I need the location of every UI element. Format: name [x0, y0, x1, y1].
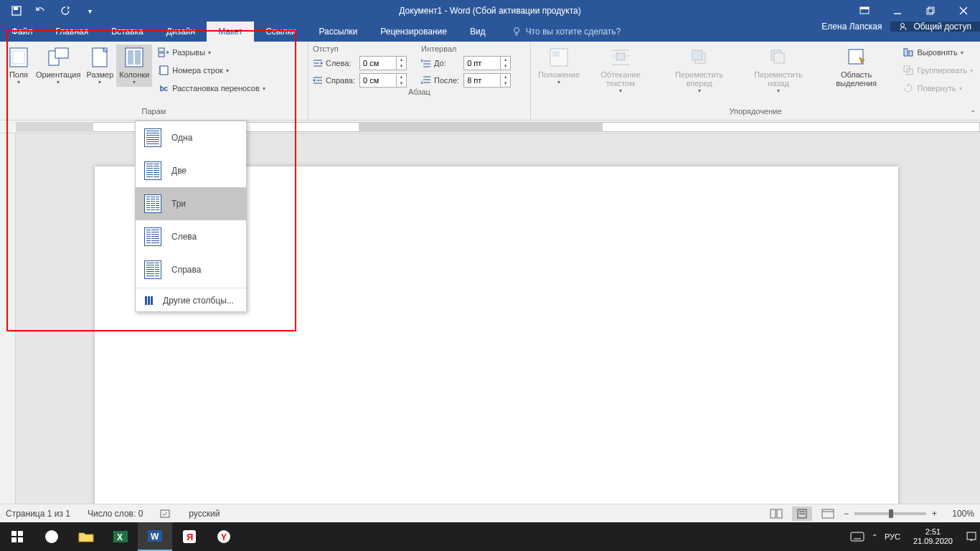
indent-left-up[interactable]: ▲	[397, 57, 406, 63]
quick-access-toolbar: ▾	[0, 1, 100, 20]
svg-rect-27	[552, 51, 560, 57]
tray-keyboard[interactable]	[850, 532, 864, 542]
svg-rect-22	[159, 53, 164, 57]
svg-text:X: X	[117, 532, 123, 542]
margins-button[interactable]: Поля ▾	[4, 44, 33, 87]
tab-home[interactable]: Главная	[44, 22, 100, 42]
maximize-button[interactable]	[914, 0, 947, 22]
tab-view[interactable]: Вид	[458, 22, 497, 42]
indent-left-down[interactable]: ▼	[397, 63, 406, 70]
indent-right-icon	[313, 76, 323, 85]
taskbar-explorer[interactable]	[69, 522, 103, 551]
share-button[interactable]: Общий доступ	[890, 22, 980, 32]
tray-chevron[interactable]: ⌃	[872, 533, 877, 541]
save-button[interactable]	[6, 1, 27, 20]
hyphenation-button[interactable]: bc Расстановка переносов ▾	[155, 80, 268, 96]
tell-me-search[interactable]: Что вы хотите сделать?	[497, 22, 621, 42]
zoom-out-button[interactable]: −	[844, 509, 849, 519]
status-word-count[interactable]: Число слов: 0	[88, 509, 143, 519]
window-title: Документ1 - Word (Сбой активации продукт…	[399, 6, 580, 16]
columns-right[interactable]: Справа	[136, 253, 246, 286]
tab-file[interactable]: Файл	[0, 22, 44, 42]
close-button[interactable]	[947, 0, 980, 22]
columns-right-label: Справа	[171, 265, 201, 275]
status-page[interactable]: Страница 1 из 1	[6, 509, 70, 519]
columns-three-label: Три	[171, 199, 186, 209]
windows-icon	[11, 530, 24, 543]
taskbar-yandex-browser[interactable]: Y	[207, 522, 241, 551]
tray-notifications[interactable]	[966, 531, 977, 542]
ribbon-display-options-button[interactable]	[848, 0, 881, 22]
selection-pane-button[interactable]: Область выделения	[817, 44, 896, 89]
user-name[interactable]: Елена Лапская	[813, 22, 890, 32]
space-after-down[interactable]: ▼	[501, 80, 510, 87]
taskbar-word[interactable]: W	[138, 522, 172, 551]
start-button[interactable]	[0, 522, 34, 551]
tab-references[interactable]: Ссылки	[254, 22, 307, 42]
group-icon	[903, 65, 913, 75]
line-numbers-icon: 12	[158, 65, 169, 75]
columns-icon	[124, 47, 144, 68]
taskbar-excel[interactable]: X	[103, 522, 138, 551]
status-proofing[interactable]	[160, 509, 171, 519]
redo-button[interactable]	[55, 1, 76, 20]
indent-right-down[interactable]: ▼	[397, 80, 406, 87]
svg-rect-5	[927, 9, 933, 14]
taskbar-search[interactable]	[34, 522, 69, 551]
line-numbers-button[interactable]: 12 Номера строк ▾	[155, 62, 268, 78]
zoom-slider[interactable]	[854, 512, 926, 515]
tab-layout[interactable]: Макет	[207, 22, 254, 42]
breaks-button[interactable]: Разрывы ▾	[155, 44, 268, 60]
undo-button[interactable]	[30, 1, 52, 20]
columns-two[interactable]: Две	[136, 154, 246, 187]
margins-label: Поля	[9, 70, 28, 79]
svg-rect-39	[148, 296, 150, 305]
space-after-input[interactable]	[463, 73, 501, 88]
view-read-mode[interactable]	[766, 507, 786, 521]
zoom-in-button[interactable]: +	[932, 509, 937, 519]
ribbon-tabs: Файл Главная Вставка Дизайн Макет Ссылки…	[0, 22, 980, 42]
tray-clock[interactable]: 2:51 21.09.2020	[908, 527, 958, 546]
repeat-icon	[60, 6, 70, 16]
group-objects-button: Группировать▾	[900, 62, 976, 78]
collapse-ribbon-button[interactable]: ⌃	[970, 109, 976, 117]
tab-review[interactable]: Рецензирование	[369, 22, 458, 42]
svg-rect-47	[822, 509, 834, 518]
indent-right-input[interactable]	[359, 73, 397, 88]
orientation-button[interactable]: Ориентация ▾	[33, 44, 83, 87]
columns-button[interactable]: Колонки ▾	[116, 44, 152, 87]
status-language[interactable]: русский	[189, 509, 220, 519]
columns-more[interactable]: Другие столбцы...	[136, 290, 246, 311]
tab-mailings[interactable]: Рассылки	[307, 22, 369, 42]
space-before-up[interactable]: ▲	[501, 57, 510, 63]
columns-one[interactable]: Одна	[136, 121, 246, 154]
space-before-down[interactable]: ▼	[501, 63, 510, 70]
align-label: Выровнять	[917, 48, 957, 57]
view-web-layout[interactable]	[818, 507, 838, 521]
tab-design[interactable]: Дизайн	[155, 22, 207, 42]
maximize-icon	[926, 6, 935, 15]
tray-ime[interactable]: РУС	[885, 532, 900, 541]
tab-insert[interactable]: Вставка	[100, 22, 155, 42]
svg-text:Я: Я	[187, 532, 193, 542]
taskbar-yandex-search[interactable]: Я	[172, 522, 207, 551]
columns-three[interactable]: Три	[136, 187, 246, 220]
space-after-up[interactable]: ▲	[501, 74, 510, 80]
minimize-button[interactable]	[881, 0, 914, 22]
svg-text:W: W	[151, 532, 159, 542]
space-before-input[interactable]	[463, 56, 501, 70]
view-print-layout[interactable]	[792, 507, 812, 521]
tray-date: 21.09.2020	[913, 537, 953, 546]
excel-icon: X	[113, 529, 128, 544]
svg-rect-51	[11, 537, 17, 542]
zoom-level[interactable]: 100%	[943, 509, 974, 519]
indent-left-input[interactable]	[359, 56, 397, 70]
qat-customize-button[interactable]: ▾	[79, 1, 100, 20]
keyboard-icon	[850, 532, 864, 542]
group-paragraph: Отступ Слева: ▲▼ Справа: ▲▼ Интервал До:…	[308, 42, 531, 120]
vertical-ruler[interactable]	[0, 133, 16, 504]
columns-left[interactable]: Слева	[136, 220, 246, 253]
align-button[interactable]: Выровнять▾	[900, 44, 976, 60]
size-button[interactable]: Размер ▾	[83, 44, 116, 87]
indent-right-up[interactable]: ▲	[397, 74, 406, 80]
